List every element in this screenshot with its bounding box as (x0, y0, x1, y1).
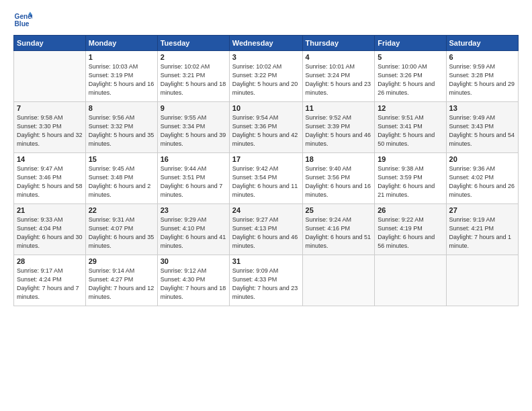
calendar-cell: 15Sunrise: 9:45 AM Sunset: 3:48 PM Dayli… (85, 153, 157, 204)
day-number: 12 (378, 104, 443, 112)
day-number: 18 (306, 155, 372, 163)
day-content: Sunrise: 9:47 AM Sunset: 3:46 PM Dayligh… (17, 165, 83, 199)
calendar-cell: 29Sunrise: 9:14 AM Sunset: 4:27 PM Dayli… (85, 255, 157, 306)
calendar-cell: 2Sunrise: 10:02 AM Sunset: 3:21 PM Dayli… (157, 51, 229, 102)
day-content: Sunrise: 9:12 AM Sunset: 4:30 PM Dayligh… (161, 267, 226, 302)
day-number: 26 (378, 206, 443, 214)
day-content: Sunrise: 9:36 AM Sunset: 4:02 PM Dayligh… (449, 165, 515, 199)
day-number: 31 (232, 257, 300, 265)
day-number: 14 (17, 155, 83, 163)
calendar-cell: 24Sunrise: 9:27 AM Sunset: 4:13 PM Dayli… (229, 204, 302, 255)
calendar-cell: 31Sunrise: 9:09 AM Sunset: 4:33 PM Dayli… (229, 255, 302, 306)
day-number: 30 (161, 257, 226, 265)
calendar-cell: 14Sunrise: 9:47 AM Sunset: 3:46 PM Dayli… (14, 153, 86, 204)
day-number: 27 (449, 206, 515, 214)
day-content: Sunrise: 9:42 AM Sunset: 3:54 PM Dayligh… (232, 165, 300, 199)
day-content: Sunrise: 10:00 AM Sunset: 3:26 PM Daylig… (378, 62, 443, 97)
day-content: Sunrise: 9:09 AM Sunset: 4:33 PM Dayligh… (232, 267, 300, 302)
week-row-1: 1Sunrise: 10:03 AM Sunset: 3:19 PM Dayli… (14, 51, 519, 102)
day-number: 7 (17, 104, 83, 112)
calendar-cell: 16Sunrise: 9:44 AM Sunset: 3:51 PM Dayli… (157, 153, 229, 204)
header-thursday: Thursday (302, 36, 375, 51)
day-number: 11 (306, 104, 372, 112)
calendar-cell (302, 255, 375, 306)
calendar-cell (14, 51, 86, 102)
calendar-cell: 5Sunrise: 10:00 AM Sunset: 3:26 PM Dayli… (375, 51, 446, 102)
day-number: 23 (161, 206, 226, 214)
day-number: 5 (378, 53, 443, 61)
calendar-cell: 10Sunrise: 9:54 AM Sunset: 3:36 PM Dayli… (229, 102, 302, 153)
calendar-cell: 26Sunrise: 9:22 AM Sunset: 4:19 PM Dayli… (375, 204, 446, 255)
day-content: Sunrise: 9:55 AM Sunset: 3:34 PM Dayligh… (161, 113, 226, 148)
day-number: 16 (161, 155, 226, 163)
day-content: Sunrise: 10:01 AM Sunset: 3:24 PM Daylig… (306, 62, 372, 97)
day-number: 21 (17, 206, 83, 214)
calendar-cell: 21Sunrise: 9:33 AM Sunset: 4:04 PM Dayli… (14, 204, 86, 255)
header-saturday: Saturday (446, 36, 518, 51)
calendar-cell: 27Sunrise: 9:19 AM Sunset: 4:21 PM Dayli… (446, 204, 518, 255)
calendar-cell: 3Sunrise: 10:02 AM Sunset: 3:22 PM Dayli… (229, 51, 302, 102)
day-number: 10 (232, 104, 300, 112)
calendar-header-row: SundayMondayTuesdayWednesdayThursdayFrid… (14, 36, 519, 51)
calendar-cell: 25Sunrise: 9:24 AM Sunset: 4:16 PM Dayli… (302, 204, 375, 255)
day-number: 24 (232, 206, 300, 214)
day-content: Sunrise: 9:38 AM Sunset: 3:59 PM Dayligh… (378, 165, 443, 199)
header-sunday: Sunday (14, 36, 86, 51)
day-content: Sunrise: 10:02 AM Sunset: 3:21 PM Daylig… (161, 62, 226, 97)
day-number: 8 (89, 104, 154, 112)
day-content: Sunrise: 9:45 AM Sunset: 3:48 PM Dayligh… (89, 165, 154, 199)
day-content: Sunrise: 9:51 AM Sunset: 3:41 PM Dayligh… (378, 113, 443, 148)
day-content: Sunrise: 9:56 AM Sunset: 3:32 PM Dayligh… (89, 113, 154, 148)
day-content: Sunrise: 9:54 AM Sunset: 3:36 PM Dayligh… (232, 113, 300, 148)
week-row-5: 28Sunrise: 9:17 AM Sunset: 4:24 PM Dayli… (14, 255, 519, 306)
calendar-cell: 13Sunrise: 9:49 AM Sunset: 3:43 PM Dayli… (446, 102, 518, 153)
day-content: Sunrise: 9:59 AM Sunset: 3:28 PM Dayligh… (449, 62, 515, 97)
calendar-table: SundayMondayTuesdayWednesdayThursdayFrid… (13, 35, 519, 306)
day-content: Sunrise: 9:29 AM Sunset: 4:10 PM Dayligh… (161, 216, 226, 250)
day-content: Sunrise: 9:31 AM Sunset: 4:07 PM Dayligh… (89, 216, 154, 250)
calendar-cell (375, 255, 446, 306)
week-row-2: 7Sunrise: 9:58 AM Sunset: 3:30 PM Daylig… (14, 102, 519, 153)
logo-icon: General Blue (13, 11, 32, 30)
day-content: Sunrise: 9:24 AM Sunset: 4:16 PM Dayligh… (306, 216, 372, 250)
day-number: 3 (232, 53, 300, 61)
page-header: General Blue (13, 11, 519, 30)
day-content: Sunrise: 9:52 AM Sunset: 3:39 PM Dayligh… (306, 113, 372, 148)
day-number: 28 (17, 257, 83, 265)
day-content: Sunrise: 9:27 AM Sunset: 4:13 PM Dayligh… (232, 216, 300, 250)
header-wednesday: Wednesday (229, 36, 302, 51)
day-number: 15 (89, 155, 154, 163)
day-content: Sunrise: 9:33 AM Sunset: 4:04 PM Dayligh… (17, 216, 83, 250)
day-content: Sunrise: 9:40 AM Sunset: 3:56 PM Dayligh… (306, 165, 372, 199)
day-content: Sunrise: 9:44 AM Sunset: 3:51 PM Dayligh… (161, 165, 226, 199)
calendar-cell: 28Sunrise: 9:17 AM Sunset: 4:24 PM Dayli… (14, 255, 86, 306)
day-number: 4 (306, 53, 372, 61)
day-content: Sunrise: 9:17 AM Sunset: 4:24 PM Dayligh… (17, 267, 83, 302)
day-number: 22 (89, 206, 154, 214)
day-content: Sunrise: 10:03 AM Sunset: 3:19 PM Daylig… (89, 62, 154, 97)
calendar-cell: 30Sunrise: 9:12 AM Sunset: 4:30 PM Dayli… (157, 255, 229, 306)
day-number: 1 (89, 53, 154, 61)
day-content: Sunrise: 9:58 AM Sunset: 3:30 PM Dayligh… (17, 113, 83, 148)
calendar-cell: 20Sunrise: 9:36 AM Sunset: 4:02 PM Dayli… (446, 153, 518, 204)
calendar-cell: 19Sunrise: 9:38 AM Sunset: 3:59 PM Dayli… (375, 153, 446, 204)
header-monday: Monday (85, 36, 157, 51)
day-content: Sunrise: 9:22 AM Sunset: 4:19 PM Dayligh… (378, 216, 443, 250)
day-number: 9 (161, 104, 226, 112)
calendar-cell (446, 255, 518, 306)
calendar-cell: 4Sunrise: 10:01 AM Sunset: 3:24 PM Dayli… (302, 51, 375, 102)
day-number: 17 (232, 155, 300, 163)
calendar-cell: 12Sunrise: 9:51 AM Sunset: 3:41 PM Dayli… (375, 102, 446, 153)
day-content: Sunrise: 10:02 AM Sunset: 3:22 PM Daylig… (232, 62, 300, 97)
calendar-cell: 7Sunrise: 9:58 AM Sunset: 3:30 PM Daylig… (14, 102, 86, 153)
day-number: 6 (449, 53, 515, 61)
calendar-cell: 22Sunrise: 9:31 AM Sunset: 4:07 PM Dayli… (85, 204, 157, 255)
day-content: Sunrise: 9:14 AM Sunset: 4:27 PM Dayligh… (89, 267, 154, 302)
calendar-cell: 6Sunrise: 9:59 AM Sunset: 3:28 PM Daylig… (446, 51, 518, 102)
calendar-cell: 1Sunrise: 10:03 AM Sunset: 3:19 PM Dayli… (85, 51, 157, 102)
header-tuesday: Tuesday (157, 36, 229, 51)
day-number: 25 (306, 206, 372, 214)
day-number: 13 (449, 104, 515, 112)
calendar-cell: 18Sunrise: 9:40 AM Sunset: 3:56 PM Dayli… (302, 153, 375, 204)
day-number: 29 (89, 257, 154, 265)
